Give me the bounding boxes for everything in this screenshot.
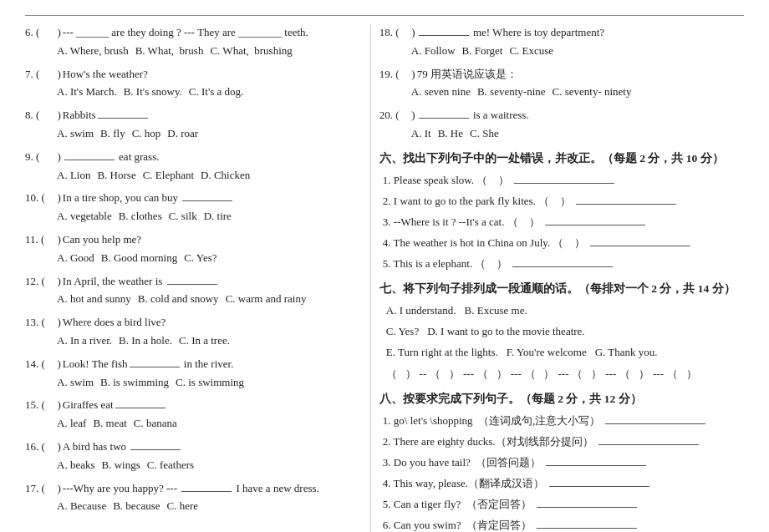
question-16: 16. ( ) A bird has two A. beaks B. wings…: [25, 438, 357, 474]
q6-options: A. Where, brush B. What, brush C. What, …: [25, 43, 357, 60]
question-13: 13. ( ) Where does a bird live? A. In a …: [25, 314, 357, 350]
q17-text: ---Why are you happy? --- I have a new d…: [63, 480, 357, 498]
q16-options: A. beaks B. wings C. feathers: [25, 457, 357, 474]
left-column: 6. ( ) --- ______ are they doing ? --- T…: [25, 24, 370, 532]
q7-num: 7. (: [25, 66, 50, 84]
q17-num: 17. (: [25, 480, 50, 498]
question-15: 15. ( ) Giraffes eat A. leaf B. meat C. …: [25, 397, 357, 433]
top-divider: [25, 15, 744, 16]
question-20: 20. ( ) is a waitress. A. It B. He C. Sh…: [379, 107, 744, 143]
q12-text: In April, the weather is: [63, 273, 357, 291]
q9-num: 9. (: [25, 149, 50, 166]
section6-content: 1. Please speak slow. （ ） 2. I want to g…: [379, 171, 744, 273]
q10-num: 10. (: [25, 190, 50, 207]
q19-num: 19. (: [379, 66, 405, 84]
s6-item1: 1. Please speak slow. （ ）: [383, 171, 744, 190]
q10-text: In a tire shop, you can buy: [63, 190, 357, 207]
question-10: 10. ( ) In a tire shop, you can buy A. v…: [25, 190, 357, 225]
q11-options: A. Good B. Good morning C. Yes?: [25, 250, 357, 267]
q15-text: Giraffes eat: [63, 397, 357, 414]
question-19: 19. ( ) 79 用英语说应该是： A. seven nine B. sev…: [379, 66, 744, 102]
q6-bracket: ): [52, 24, 61, 42]
s8-item1: 1. go\ let's \shopping （连词成句,注意大小写）: [383, 412, 744, 430]
section8-header: 八、按要求完成下列句子。（每题 2 分，共 12 分）: [379, 392, 744, 407]
q16-text: A bird has two: [63, 438, 357, 456]
section7-content: A. I understand. B. Excuse me. C. Yes? D…: [379, 301, 744, 383]
q14-options: A. swim B. is swimming C. is swimming: [25, 374, 357, 392]
section7-header: 七、将下列句子排列成一段通顺的话。（每排对一个 2 分，共 14 分）: [379, 281, 744, 296]
q20-text: is a waitress.: [417, 107, 744, 124]
q14-text: Look! The fish in the river.: [63, 356, 357, 373]
s6-item2: 2. I want to go to the park fly kites. （…: [383, 192, 744, 210]
s7-options: A. I understand. B. Excuse me.: [383, 301, 744, 320]
question-11: 11. ( ) Can you help me? A. Good B. Good…: [25, 231, 357, 267]
q7-options: A. It's March. B. It's snowy. C. It's a …: [25, 84, 357, 101]
q15-options: A. leaf B. meat C. banana: [25, 415, 357, 433]
q20-options: A. It B. He C. She: [379, 125, 744, 143]
s8-item5: 5. Can a tiger fly? （否定回答）: [383, 495, 744, 514]
question-6: 6. ( ) --- ______ are they doing ? --- T…: [25, 24, 357, 60]
s6-item3: 3. --Where is it ? --It's a cat. （ ）: [383, 213, 744, 231]
q8-text: Rabbits: [63, 107, 357, 124]
q12-options: A. hot and sunny B. cold and snowy C. wa…: [25, 291, 357, 308]
q10-options: A. vegetable B. clothes C. silk D. tire: [25, 208, 357, 225]
question-14: 14. ( ) Look! The fish in the river. A. …: [25, 356, 357, 392]
q6-num: 6. (: [25, 24, 50, 42]
s8-item4: 4. This way, please.（翻译成汉语）: [383, 474, 744, 493]
question-18: 18. ( ) me! Where is toy department? A. …: [379, 24, 744, 60]
q18-options: A. Follow B. Forget C. Excuse: [379, 43, 744, 60]
q11-text: Can you help me?: [63, 231, 357, 249]
q20-num: 20. (: [379, 107, 405, 124]
question-7: 7. ( ) How's the weather? A. It's March.…: [25, 66, 357, 102]
q9-options: A. Lion B. Horse C. Elephant D. Chicken: [25, 167, 357, 185]
q13-num: 13. (: [25, 314, 50, 332]
s6-item4: 4. The weather is hot in China on July. …: [383, 234, 744, 252]
question-12: 12. ( ) In April, the weather is A. hot …: [25, 273, 357, 309]
q19-options: A. seven nine B. seventy-nine C. seventy…: [379, 84, 744, 101]
s7-options3: E. Turn right at the lights. F. You're w…: [383, 343, 744, 362]
q15-num: 15. (: [25, 397, 50, 414]
right-column: 18. ( ) me! Where is toy department? A. …: [370, 24, 744, 532]
q7-text: How's the weather?: [63, 66, 357, 84]
s6-item5: 5. This is a elephant. （ ）: [383, 255, 744, 273]
q8-num: 8. (: [25, 107, 50, 124]
q13-options: A. In a river. B. In a hole. C. In a tre…: [25, 332, 357, 350]
q6-text: --- ______ are they doing ? --- They are…: [63, 24, 357, 42]
question-17: 17. ( ) ---Why are you happy? --- I have…: [25, 480, 357, 516]
question-9: 9. ( ) eat grass. A. Lion B. Horse C. El…: [25, 149, 357, 185]
section6-header: 六、找出下列句子中的一处错误，并改正。（每题 2 分，共 10 分）: [379, 151, 744, 166]
q8-options: A. swim B. fly C. hop D. roar: [25, 125, 357, 143]
q14-num: 14. (: [25, 356, 50, 373]
q12-num: 12. (: [25, 273, 50, 291]
q9-text: eat grass.: [63, 149, 357, 166]
s8-item3: 3. Do you have tail? （回答问题）: [383, 453, 744, 472]
s7-options2: C. Yes? D. I want to go to the movie the…: [383, 322, 744, 341]
q11-num: 11. (: [25, 231, 50, 249]
q13-text: Where does a bird live?: [63, 314, 357, 332]
s8-item6: 6. Can you swim? （肯定回答）: [383, 516, 744, 532]
q18-num: 18. (: [379, 24, 405, 42]
section8-content: 1. go\ let's \shopping （连词成句,注意大小写） 2. T…: [379, 412, 744, 532]
s8-item2: 2. There are eighty ducks.（对划线部分提问）: [383, 433, 744, 451]
q19-text: 79 用英语说应该是：: [417, 66, 744, 84]
main-content: 6. ( ) --- ______ are they doing ? --- T…: [25, 24, 744, 532]
q17-options: A. Because B. because C. here: [25, 498, 357, 515]
s7-sequence: （ ） -- （ ） --- （ ） --- （ ） --- （ ） --- （…: [383, 365, 744, 383]
question-8: 8. ( ) Rabbits A. swim B. fly C. hop D. …: [25, 107, 357, 143]
q16-num: 16. (: [25, 438, 50, 456]
q18-text: me! Where is toy department?: [417, 24, 744, 42]
